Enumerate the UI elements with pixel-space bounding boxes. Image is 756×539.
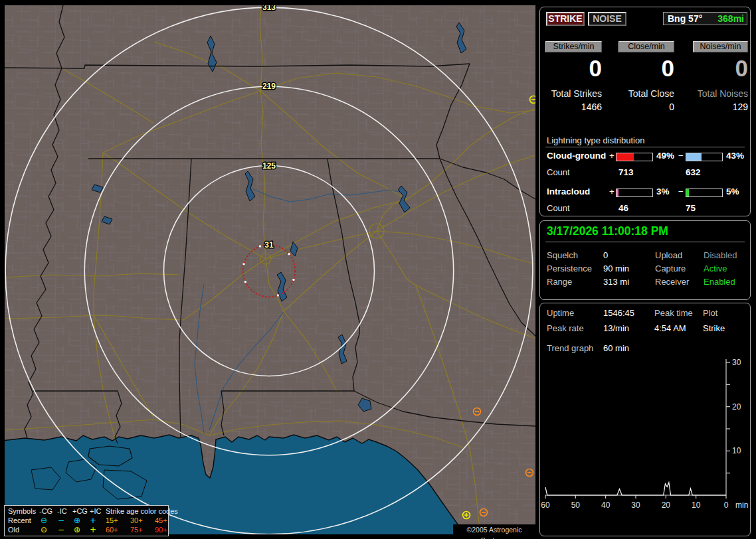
- trend-graph-label: Trend graph: [547, 343, 593, 353]
- bearing-box: Bng 57° 368mi: [663, 12, 747, 25]
- svg-text:31: 31: [264, 240, 274, 250]
- legend-circle-minus-icon: ⊖: [38, 526, 50, 534]
- nexstorm-app: { "map": { "copyright": "©2005 Astrogeni…: [0, 0, 756, 539]
- status-state-value: Enabled: [704, 277, 735, 287]
- map-legend: Symbols-CG-IC+CG+ICStrike age color code…: [4, 505, 169, 536]
- svg-text:313: 313: [262, 5, 276, 12]
- close-per-min-value: 0: [618, 55, 674, 82]
- status-value: 90 min: [603, 264, 629, 273]
- legend-age-60+: 60+: [106, 526, 118, 534]
- noises-per-min-value: 0: [693, 55, 748, 82]
- plus-sign: +: [609, 187, 614, 196]
- legend-age-90+: 90+: [155, 526, 167, 534]
- total-strikes-value: 1466: [545, 102, 602, 112]
- uptime-c4: Strike: [703, 323, 725, 333]
- uptime-c3: Peak time: [654, 308, 693, 318]
- total-close-value: 0: [618, 102, 674, 112]
- cloud-ground-label: Cloud-ground: [547, 151, 606, 161]
- noise-button[interactable]: NOISE: [588, 12, 626, 26]
- legend-header: Strike age color codes: [106, 507, 178, 516]
- total-strikes-label: Total Strikes: [545, 88, 602, 99]
- svg-text:10: 10: [692, 501, 701, 510]
- legend-header: -IC: [57, 507, 67, 516]
- ic-pos-bar: [616, 189, 653, 197]
- legend-header: +IC: [90, 507, 101, 516]
- cg-pos-count: 713: [618, 167, 634, 177]
- cg-neg-pct: 43%: [726, 151, 744, 161]
- divider: [545, 242, 745, 242]
- status-state-value: Active: [704, 264, 727, 273]
- cg-count-label: Count: [547, 167, 570, 177]
- svg-text:30: 30: [631, 501, 640, 510]
- trend-window-value: 60 min: [603, 343, 629, 353]
- status-label: Capture: [655, 264, 686, 273]
- ic-pos-pct: 3%: [656, 187, 670, 196]
- legend-header: -CG: [39, 507, 52, 516]
- legend-age-75+: 75+: [130, 526, 143, 534]
- uptime-c2: 1546:45: [603, 308, 634, 318]
- legend-age-30+: 30+: [130, 516, 143, 525]
- total-noises-label: Total Noises: [693, 88, 748, 99]
- legend-circle-plus-icon: ⊕: [71, 516, 83, 525]
- legend-header: +CG: [72, 507, 88, 516]
- cg-neg-count: 632: [686, 167, 701, 177]
- legend-age-15+: 15+: [106, 516, 118, 525]
- minus-sign: −: [678, 187, 684, 196]
- ic-count-label: Count: [547, 203, 570, 213]
- svg-text:50: 50: [571, 501, 581, 510]
- legend-minus-icon: −: [55, 526, 67, 534]
- ic-neg-count: 75: [686, 203, 696, 213]
- distribution-title: Lightning type distribution: [547, 135, 644, 145]
- cg-pos-bar: [616, 153, 653, 161]
- svg-text:min: min: [735, 501, 748, 510]
- total-noises-value: 129: [693, 102, 748, 112]
- close-per-min-label[interactable]: Close/min: [618, 41, 674, 52]
- legend-circle-plus-icon: ⊕: [71, 526, 83, 534]
- total-close-label: Total Close: [618, 88, 674, 99]
- svg-text:20: 20: [662, 501, 671, 510]
- strikes-per-min-label[interactable]: Strikes/min: [545, 41, 602, 52]
- panel-counters: STRIKE NOISE Bng 57° 368mi Strikes/min C…: [539, 7, 751, 216]
- bearing-distance: 368mi: [717, 13, 744, 24]
- svg-text:125: 125: [262, 161, 276, 171]
- uptime-c4: Plot: [703, 308, 717, 318]
- minus-sign: −: [678, 151, 684, 161]
- strike-button[interactable]: STRIKE: [546, 12, 585, 26]
- cg-neg-bar: [686, 153, 723, 161]
- legend-row-name: Old: [8, 526, 19, 534]
- plus-sign: +: [609, 151, 614, 161]
- legend-age-45+: 45+: [155, 516, 167, 525]
- svg-text:30: 30: [732, 358, 741, 367]
- status-label: Upload: [655, 250, 682, 260]
- status-label: Range: [547, 277, 572, 287]
- datetime: 3/17/2026 11:00:18 PM: [547, 224, 668, 238]
- map-canvas: 31321912531: [5, 5, 535, 534]
- strike-map[interactable]: 31321912531: [5, 5, 535, 534]
- status-label: Persistence: [547, 264, 592, 273]
- legend-minus-icon: −: [55, 516, 67, 525]
- ic-pos-count: 46: [618, 203, 628, 213]
- uptime-c3: 4:54 AM: [654, 323, 686, 333]
- panel-trend: Uptime1546:45Peak timePlotPeak rate13/mi…: [539, 303, 751, 536]
- svg-text:10: 10: [732, 446, 741, 455]
- status-label: Receiver: [655, 277, 689, 287]
- legend-circle-minus-icon: ⊖: [38, 516, 50, 525]
- status-value: 313 mi: [603, 277, 629, 287]
- svg-text:20: 20: [732, 402, 741, 412]
- trend-chart: 1020306050403020100min: [540, 356, 750, 534]
- cg-pos-pct: 49%: [656, 151, 674, 161]
- svg-text:40: 40: [601, 501, 611, 510]
- divider: [545, 147, 745, 147]
- legend-plus-icon: +: [87, 526, 99, 534]
- uptime-c1: Uptime: [547, 308, 574, 318]
- legend-plus-icon: +: [87, 516, 99, 525]
- panel-status: 3/17/2026 11:00:18 PM Squelch0UploadDisa…: [539, 220, 751, 300]
- ic-neg-bar: [686, 189, 723, 197]
- uptime-c1: Peak rate: [547, 323, 584, 333]
- noises-per-min-label[interactable]: Noises/min: [693, 41, 748, 52]
- intracloud-label: Intracloud: [547, 187, 590, 196]
- copyright-label: ©2005 Astrogenic Systems: [453, 524, 535, 535]
- status-label: Squelch: [547, 250, 578, 260]
- strikes-per-min-value: 0: [545, 55, 602, 82]
- svg-text:0: 0: [724, 501, 729, 510]
